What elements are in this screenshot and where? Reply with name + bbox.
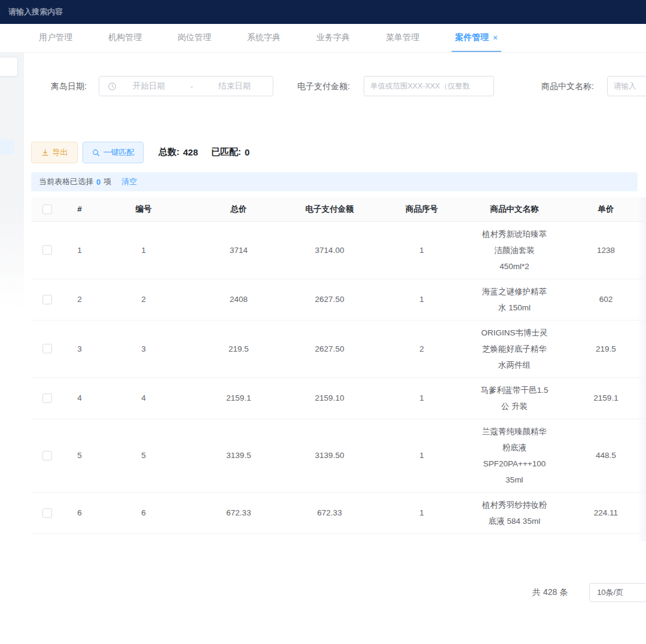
global-search-input[interactable] — [8, 2, 188, 20]
select-all-header-cell — [31, 197, 63, 221]
pagination-bar: 共 428 条 10条/页 — [532, 583, 646, 602]
product-name-input[interactable] — [607, 76, 646, 96]
cell-code: 6 — [96, 492, 191, 533]
tab-close-icon[interactable]: × — [493, 33, 498, 42]
cell-total-price: 672.33 — [191, 492, 286, 533]
cell-product-name: 马爹利蓝带干邑1.5公 升装 — [470, 377, 559, 419]
cell-product-seq: 1 — [373, 377, 470, 419]
tab-biz-dict[interactable]: 业务字典 — [313, 24, 354, 52]
row-checkbox-cell — [31, 419, 63, 492]
tab-orgs[interactable]: 机构管理 — [105, 24, 145, 52]
row-checkbox-cell — [31, 279, 63, 320]
cell-unit-price: 602 — [559, 533, 646, 541]
cell-code: 4 — [96, 377, 191, 419]
column-header-5: 商品中文名称 — [470, 197, 559, 221]
tabs-bar: 用户管理机构管理岗位管理系统字典业务字典菜单管理案件管理× — [0, 24, 646, 53]
tab-menus[interactable]: 菜单管理 — [382, 24, 423, 52]
tab-sys-dict[interactable]: 系统字典 — [243, 24, 284, 52]
column-header-4: 商品序号 — [373, 197, 470, 221]
cutoff-panel-fragment — [0, 57, 18, 77]
left-gutter — [0, 53, 24, 310]
selection-count: 0 — [96, 178, 100, 187]
payment-amount-input[interactable] — [364, 76, 494, 96]
tab-label: 机构管理 — [108, 32, 142, 43]
data-table: #编号总价电子支付金额商品序号商品中文名称单价 1 1 3714 3714.00… — [31, 197, 646, 541]
cell-product-seq: 1 — [373, 221, 470, 279]
matched-label: 已匹配: — [211, 146, 241, 158]
column-header-0: # — [63, 197, 96, 221]
stats-summary: 总数: 428 已匹配: 0 — [159, 146, 249, 158]
cell-product-name: 兰蔻菁纯臻颜精华粉底液SPF20PA+++100 35ml — [470, 419, 559, 492]
cell-code: 5 — [96, 419, 191, 492]
cell-index: 7 — [63, 533, 96, 541]
one-click-match-button[interactable]: 一键匹配 — [83, 142, 144, 163]
cell-unit-price: 219.5 — [559, 320, 646, 377]
column-header-2: 总价 — [191, 197, 286, 221]
payment-filter-label: 电子支付金额: — [297, 81, 350, 92]
tab-label: 业务字典 — [316, 32, 350, 43]
cell-payment-amount: 2627.50 — [286, 279, 373, 320]
cell-product-name: ORIGINS韦博士灵芝焕能好底子精华水两件组 — [470, 320, 559, 377]
cell-product-name: 植村秀羽纱持妆粉底液 584 35ml — [470, 492, 559, 533]
cell-unit-price: 1238 — [559, 221, 646, 279]
cell-payment-amount: 672.33 — [286, 492, 373, 533]
tab-label: 岗位管理 — [178, 32, 211, 43]
top-navbar — [0, 0, 646, 24]
cell-product-seq: 1 — [373, 419, 470, 492]
table-right-edge — [638, 197, 646, 541]
row-checkbox[interactable] — [42, 245, 52, 255]
export-button-label: 导出 — [53, 147, 68, 158]
search-icon — [92, 149, 100, 157]
download-icon — [41, 149, 49, 157]
row-checkbox-cell — [31, 320, 63, 377]
cell-product-seq: 1 — [373, 533, 470, 541]
cell-product-seq: 1 — [373, 279, 470, 320]
cell-payment-amount: 2627.50 — [286, 320, 373, 377]
row-checkbox[interactable] — [42, 344, 52, 353]
row-checkbox[interactable] — [42, 295, 52, 304]
cell-unit-price: 448.5 — [559, 419, 646, 492]
cell-index: 3 — [63, 320, 96, 377]
row-checkbox-cell — [31, 377, 63, 419]
tab-users[interactable]: 用户管理 — [35, 24, 76, 52]
cell-payment-amount: 3139.50 — [286, 419, 373, 492]
row-checkbox[interactable] — [42, 508, 52, 518]
row-checkbox-cell — [31, 533, 63, 541]
selection-prefix: 当前表格已选择 — [39, 176, 93, 187]
selection-suffix: 项 — [103, 176, 111, 187]
table-row: 2 2 2408 2627.50 1 海蓝之谜修护精萃水 150ml 602 — [31, 279, 646, 320]
table-row: 6 6 672.33 672.33 1 植村秀羽纱持妆粉底液 584 35ml … — [31, 492, 646, 533]
table-row: 5 5 3139.5 3139.50 1 兰蔻菁纯臻颜精华粉底液SPF20PA+… — [31, 419, 646, 492]
cell-product-name: 海蓝之谜修护精萃水 150ml — [470, 533, 559, 541]
case-management-page: 用户管理机构管理岗位管理系统字典业务字典菜单管理案件管理× 离岛日期: 开始日期… — [0, 0, 646, 644]
page-size-select[interactable]: 10条/页 — [589, 583, 646, 602]
cell-total-price: 2159.1 — [191, 377, 286, 419]
pagination-total: 共 428 条 — [532, 587, 568, 598]
date-range-input[interactable]: 开始日期 - 结束日期 — [99, 76, 273, 96]
matched-value: 0 — [245, 147, 249, 157]
column-header-3: 电子支付金额 — [286, 197, 373, 221]
tab-posts[interactable]: 岗位管理 — [174, 24, 215, 52]
cell-product-seq: 1 — [373, 492, 470, 533]
tab-label: 菜单管理 — [386, 32, 419, 43]
row-checkbox[interactable] — [42, 393, 52, 403]
cell-unit-price: 2159.1 — [559, 377, 646, 419]
cell-index: 1 — [63, 221, 96, 279]
selection-info-bar: 当前表格已选择 0 项 清空 — [31, 172, 638, 191]
product-name-filter-label: 商品中文名称: — [541, 81, 594, 92]
tab-cases[interactable]: 案件管理× — [452, 24, 501, 52]
row-checkbox-cell — [31, 492, 63, 533]
table-row: 7 7 602 602.00 1 海蓝之谜修护精萃水 150ml 602 — [31, 533, 646, 541]
row-checkbox[interactable] — [42, 451, 52, 460]
cell-code: 2 — [96, 279, 191, 320]
cell-total-price: 2408 — [191, 279, 286, 320]
select-all-checkbox[interactable] — [42, 205, 52, 214]
cell-index: 4 — [63, 377, 96, 419]
tab-label: 系统字典 — [247, 32, 281, 43]
clear-selection-link[interactable]: 清空 — [121, 176, 137, 187]
table-header-row: #编号总价电子支付金额商品序号商品中文名称单价 — [31, 197, 646, 221]
table-row: 4 4 2159.1 2159.10 1 马爹利蓝带干邑1.5公 升装 2159… — [31, 377, 646, 419]
date-filter-label: 离岛日期: — [51, 81, 87, 92]
export-button[interactable]: 导出 — [31, 142, 78, 163]
cell-index: 6 — [63, 492, 96, 533]
